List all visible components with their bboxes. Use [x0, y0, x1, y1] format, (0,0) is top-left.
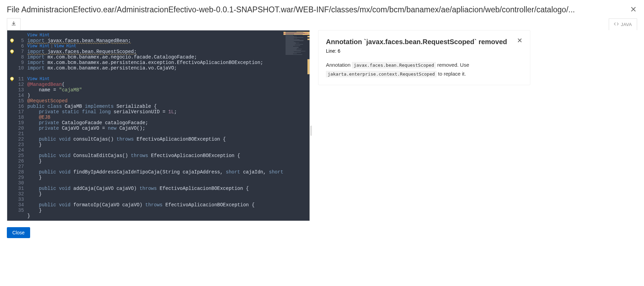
download-icon — [11, 21, 16, 27]
code-line: public void findByIpAddressCajaIdnTipoCa… — [27, 169, 283, 175]
code-line: private CatalogoFacade catalogoFacade; — [27, 120, 283, 126]
code-line: import javax.faces.bean.RequestScoped; — [27, 49, 283, 54]
issue-message: Annotation javax.faces.bean.RequestScope… — [326, 61, 522, 78]
code-line: } — [27, 142, 283, 147]
splitter-handle[interactable] — [310, 126, 312, 136]
code-line: import mx.com.bcm.banamex.ae.persistenci… — [27, 60, 283, 65]
code-line: import import javax.faces.bean.ManagedBe… — [27, 38, 283, 43]
code-line: public void ConsultaEditCajas() throws E… — [27, 153, 283, 158]
code-hint[interactable]: View Hint — [27, 32, 283, 38]
code-line: import mx.com.bcm.banamex.ae.negocio.fac… — [27, 54, 283, 60]
code-line — [27, 71, 283, 76]
glyph-margin — [7, 30, 17, 221]
code-line: @EJB — [27, 115, 283, 120]
code-icon — [614, 22, 619, 27]
download-button[interactable] — [7, 18, 21, 30]
code-line: private CajaVO cajaVO = new CajaVO(); — [27, 126, 283, 131]
code-line: } — [27, 213, 283, 219]
lightbulb-icon[interactable] — [9, 38, 15, 43]
page-title: File AdministracionEfectivo.ear/Administ… — [7, 5, 625, 14]
code-line — [27, 131, 283, 136]
code-line: public class CajaMB implements Serializa… — [27, 104, 283, 109]
close-icon[interactable] — [630, 5, 637, 15]
code-hint[interactable]: View Hint|View Hint — [27, 43, 283, 49]
code-line: @ManagedBean( — [27, 82, 283, 87]
close-icon[interactable] — [517, 37, 522, 44]
lightbulb-icon[interactable] — [9, 49, 15, 54]
issue-title: Annotation `javax.faces.bean.RequestScop… — [326, 37, 507, 46]
code-line: } — [27, 208, 283, 213]
code-line — [27, 197, 283, 202]
close-button[interactable]: Close — [7, 227, 30, 238]
code-line: } — [27, 191, 283, 197]
issue-line-number: Line: 6 — [326, 48, 522, 54]
code-line: public void formatoIp(CajaVO cajaVO) thr… — [27, 202, 283, 208]
svg-rect-1 — [11, 42, 13, 43]
svg-point-2 — [10, 50, 14, 53]
code-hint[interactable]: View Hint — [27, 76, 283, 82]
issue-panel: Annotation `javax.faces.bean.RequestScop… — [318, 30, 530, 85]
code-line — [27, 147, 283, 153]
code-line — [27, 164, 283, 169]
code-content[interactable]: View Hint import import javax.faces.bean… — [27, 30, 283, 221]
code-line: @RequestScoped — [27, 98, 283, 104]
code-line: import mx.com.bcm.banamex.ae.persistenci… — [27, 65, 283, 71]
code-line: ) — [27, 93, 283, 98]
code-editor[interactable]: 5678910111213141516171819202122232425262… — [7, 30, 310, 221]
code-line: } — [27, 175, 283, 180]
code-line — [27, 180, 283, 186]
tab-java[interactable]: JAVA — [609, 18, 637, 30]
code-line: name = "cajaMB" — [27, 87, 283, 93]
tab-label: JAVA — [621, 22, 632, 27]
svg-rect-5 — [11, 80, 13, 81]
code-line: public void consultCajas() throws Efecti… — [27, 136, 283, 142]
svg-rect-3 — [11, 53, 13, 54]
code-line: public void addCaja(CajaVO cajaVO) throw… — [27, 186, 283, 191]
lightbulb-icon[interactable] — [9, 76, 15, 82]
minimap[interactable]: /*minimap filler lines drawn below via J… — [283, 30, 310, 221]
svg-point-4 — [10, 77, 14, 80]
svg-point-0 — [10, 39, 14, 42]
line-numbers: 5678910111213141516171819202122232425262… — [17, 30, 27, 221]
code-line: } — [27, 158, 283, 164]
code-line: private static final long serialVersionU… — [27, 109, 283, 115]
